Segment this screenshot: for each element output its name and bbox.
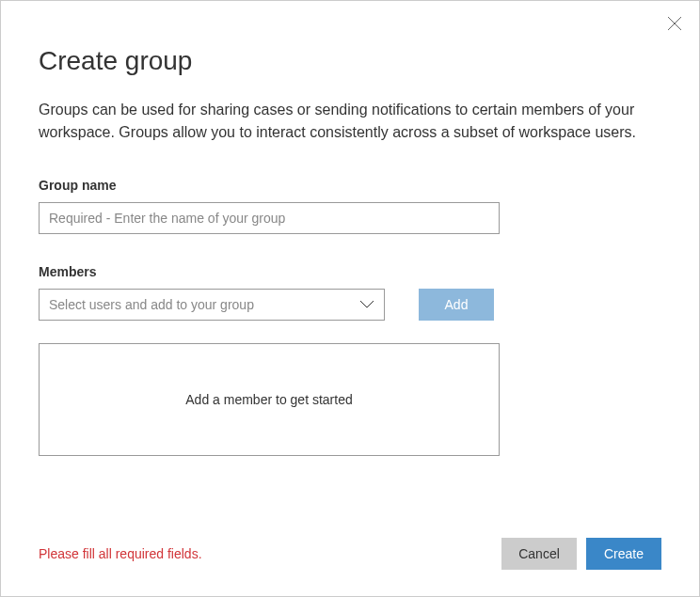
members-select-placeholder: Select users and add to your group: [49, 297, 254, 312]
chevron-down-icon: [359, 297, 374, 312]
cancel-button[interactable]: Cancel: [501, 538, 577, 570]
error-message: Please fill all required fields.: [39, 546, 501, 561]
group-name-input[interactable]: [39, 202, 500, 234]
add-member-button[interactable]: Add: [419, 289, 494, 321]
create-group-dialog: Create group Groups can be used for shar…: [1, 1, 699, 596]
dialog-title: Create group: [39, 46, 661, 76]
members-list-empty: Add a member to get started: [39, 343, 500, 456]
dialog-footer: Please fill all required fields. Cancel …: [39, 538, 661, 570]
close-icon: [667, 18, 682, 34]
footer-buttons: Cancel Create: [501, 538, 661, 570]
create-button[interactable]: Create: [586, 538, 661, 570]
group-name-section: Group name: [39, 178, 661, 234]
members-section: Members Select users and add to your gro…: [39, 264, 661, 456]
members-row: Select users and add to your group Add: [39, 289, 661, 321]
members-select[interactable]: Select users and add to your group: [39, 289, 385, 321]
close-button[interactable]: [667, 16, 682, 31]
members-label: Members: [39, 264, 661, 279]
members-empty-message: Add a member to get started: [185, 392, 352, 407]
group-name-label: Group name: [39, 178, 661, 193]
dialog-description: Groups can be used for sharing cases or …: [39, 99, 661, 144]
